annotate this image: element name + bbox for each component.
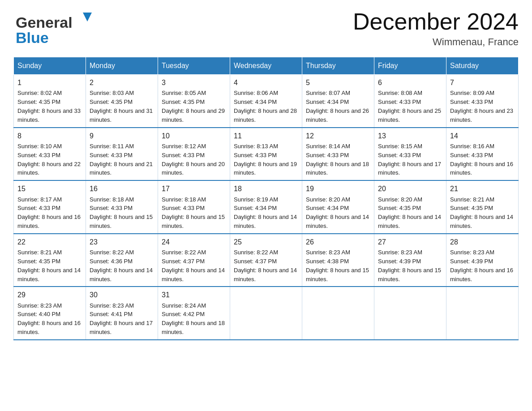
day-number: 13 (378, 131, 442, 141)
calendar-day-cell: 26Sunrise: 8:23 AMSunset: 4:38 PMDayligh… (302, 234, 374, 287)
day-info: Sunrise: 8:23 AMSunset: 4:40 PMDaylight:… (17, 302, 81, 336)
calendar-week-row: 29Sunrise: 8:23 AMSunset: 4:40 PMDayligh… (14, 287, 519, 340)
calendar-day-cell: 15Sunrise: 8:17 AMSunset: 4:33 PMDayligh… (14, 180, 86, 234)
day-info: Sunrise: 8:15 AMSunset: 4:33 PMDaylight:… (378, 143, 441, 176)
day-number: 30 (90, 290, 154, 300)
calendar-week-row: 1Sunrise: 8:02 AMSunset: 4:35 PMDaylight… (14, 75, 519, 128)
day-number: 24 (162, 237, 226, 247)
day-info: Sunrise: 8:03 AMSunset: 4:35 PMDaylight:… (90, 90, 153, 123)
calendar-day-cell: 2Sunrise: 8:03 AMSunset: 4:35 PMDaylight… (86, 75, 158, 128)
svg-marker-1 (83, 13, 92, 21)
day-info: Sunrise: 8:10 AMSunset: 4:33 PMDaylight:… (17, 143, 81, 176)
day-number: 4 (234, 77, 298, 88)
day-info: Sunrise: 8:23 AMSunset: 4:38 PMDaylight:… (306, 249, 369, 283)
calendar-day-cell (230, 287, 302, 340)
calendar-day-cell: 30Sunrise: 8:23 AMSunset: 4:41 PMDayligh… (86, 287, 158, 340)
calendar-day-cell: 18Sunrise: 8:19 AMSunset: 4:34 PMDayligh… (230, 180, 302, 234)
calendar-day-cell: 16Sunrise: 8:18 AMSunset: 4:33 PMDayligh… (86, 180, 158, 234)
calendar-day-cell: 28Sunrise: 8:23 AMSunset: 4:39 PMDayligh… (446, 234, 519, 287)
calendar-day-cell: 12Sunrise: 8:14 AMSunset: 4:33 PMDayligh… (302, 128, 374, 181)
calendar-week-row: 8Sunrise: 8:10 AMSunset: 4:33 PMDaylight… (14, 128, 519, 181)
day-info: Sunrise: 8:18 AMSunset: 4:33 PMDaylight:… (162, 196, 225, 230)
calendar-day-cell: 6Sunrise: 8:08 AMSunset: 4:33 PMDaylight… (374, 75, 446, 128)
calendar-day-cell: 20Sunrise: 8:20 AMSunset: 4:35 PMDayligh… (374, 180, 446, 234)
calendar-day-cell: 13Sunrise: 8:15 AMSunset: 4:33 PMDayligh… (374, 128, 446, 181)
day-info: Sunrise: 8:20 AMSunset: 4:35 PMDaylight:… (378, 196, 441, 230)
calendar-week-row: 15Sunrise: 8:17 AMSunset: 4:33 PMDayligh… (14, 180, 519, 234)
calendar-day-cell: 8Sunrise: 8:10 AMSunset: 4:33 PMDaylight… (14, 128, 86, 181)
day-info: Sunrise: 8:23 AMSunset: 4:41 PMDaylight:… (90, 302, 153, 336)
calendar-day-cell (302, 287, 374, 340)
day-info: Sunrise: 8:22 AMSunset: 4:37 PMDaylight:… (162, 249, 225, 283)
calendar-day-cell: 5Sunrise: 8:07 AMSunset: 4:34 PMDaylight… (302, 75, 374, 128)
header-row: Sunday Monday Tuesday Wednesday Thursday… (14, 57, 519, 75)
day-number: 23 (90, 237, 154, 247)
page-header: General Blue December 2024 Wimmenau, Fra… (13, 9, 519, 48)
day-info: Sunrise: 8:20 AMSunset: 4:34 PMDaylight:… (306, 196, 369, 230)
calendar-day-cell: 7Sunrise: 8:09 AMSunset: 4:33 PMDaylight… (446, 75, 519, 128)
day-info: Sunrise: 8:12 AMSunset: 4:33 PMDaylight:… (162, 143, 225, 176)
calendar-day-cell: 19Sunrise: 8:20 AMSunset: 4:34 PMDayligh… (302, 180, 374, 234)
svg-text:General: General (16, 14, 73, 31)
day-number: 19 (306, 184, 370, 194)
logo-image: General Blue (13, 9, 96, 47)
calendar-day-cell: 25Sunrise: 8:22 AMSunset: 4:37 PMDayligh… (230, 234, 302, 287)
calendar-day-cell: 17Sunrise: 8:18 AMSunset: 4:33 PMDayligh… (158, 180, 230, 234)
calendar-day-cell: 1Sunrise: 8:02 AMSunset: 4:35 PMDaylight… (14, 75, 86, 128)
day-info: Sunrise: 8:23 AMSunset: 4:39 PMDaylight:… (378, 249, 441, 283)
day-info: Sunrise: 8:16 AMSunset: 4:33 PMDaylight:… (450, 143, 513, 176)
day-info: Sunrise: 8:23 AMSunset: 4:39 PMDaylight:… (450, 249, 513, 283)
calendar-day-cell: 22Sunrise: 8:21 AMSunset: 4:35 PMDayligh… (14, 234, 86, 287)
day-number: 10 (162, 131, 226, 141)
day-number: 22 (17, 237, 82, 247)
calendar-table: Sunday Monday Tuesday Wednesday Thursday… (13, 57, 519, 340)
day-info: Sunrise: 8:09 AMSunset: 4:33 PMDaylight:… (450, 90, 513, 123)
day-info: Sunrise: 8:11 AMSunset: 4:33 PMDaylight:… (90, 143, 153, 176)
header-saturday: Saturday (446, 57, 519, 75)
day-number: 9 (90, 131, 154, 141)
day-number: 14 (450, 131, 515, 141)
day-number: 21 (450, 184, 515, 194)
calendar-day-cell: 11Sunrise: 8:13 AMSunset: 4:33 PMDayligh… (230, 128, 302, 181)
day-number: 5 (306, 77, 370, 88)
calendar-header: Sunday Monday Tuesday Wednesday Thursday… (14, 57, 519, 75)
calendar-body: 1Sunrise: 8:02 AMSunset: 4:35 PMDaylight… (14, 75, 519, 340)
calendar-week-row: 22Sunrise: 8:21 AMSunset: 4:35 PMDayligh… (14, 234, 519, 287)
day-info: Sunrise: 8:21 AMSunset: 4:35 PMDaylight:… (450, 196, 513, 230)
calendar-day-cell: 31Sunrise: 8:24 AMSunset: 4:42 PMDayligh… (158, 287, 230, 340)
day-number: 12 (306, 131, 370, 141)
header-friday: Friday (374, 57, 446, 75)
day-number: 20 (378, 184, 442, 194)
calendar-day-cell: 21Sunrise: 8:21 AMSunset: 4:35 PMDayligh… (446, 180, 519, 234)
calendar-subtitle: Wimmenau, France (353, 36, 519, 48)
day-number: 25 (234, 237, 298, 247)
calendar-day-cell (446, 287, 519, 340)
day-number: 16 (90, 184, 154, 194)
header-tuesday: Tuesday (158, 57, 230, 75)
title-block: December 2024 Wimmenau, France (353, 9, 519, 48)
svg-text:Blue: Blue (16, 29, 49, 46)
calendar-day-cell: 10Sunrise: 8:12 AMSunset: 4:33 PMDayligh… (158, 128, 230, 181)
day-info: Sunrise: 8:07 AMSunset: 4:34 PMDaylight:… (306, 90, 369, 123)
calendar-day-cell: 14Sunrise: 8:16 AMSunset: 4:33 PMDayligh… (446, 128, 519, 181)
logo: General Blue (13, 9, 96, 47)
calendar-day-cell: 29Sunrise: 8:23 AMSunset: 4:40 PMDayligh… (14, 287, 86, 340)
header-wednesday: Wednesday (230, 57, 302, 75)
day-number: 6 (378, 77, 442, 88)
header-thursday: Thursday (302, 57, 374, 75)
day-info: Sunrise: 8:06 AMSunset: 4:34 PMDaylight:… (234, 90, 297, 123)
day-info: Sunrise: 8:24 AMSunset: 4:42 PMDaylight:… (162, 302, 225, 336)
day-number: 8 (17, 131, 82, 141)
day-number: 7 (450, 77, 515, 88)
calendar-day-cell: 4Sunrise: 8:06 AMSunset: 4:34 PMDaylight… (230, 75, 302, 128)
day-number: 11 (234, 131, 298, 141)
calendar-day-cell (374, 287, 446, 340)
day-number: 3 (162, 77, 226, 88)
day-number: 2 (90, 77, 154, 88)
day-info: Sunrise: 8:22 AMSunset: 4:37 PMDaylight:… (234, 249, 297, 283)
header-monday: Monday (86, 57, 158, 75)
day-info: Sunrise: 8:13 AMSunset: 4:33 PMDaylight:… (234, 143, 297, 176)
calendar-day-cell: 24Sunrise: 8:22 AMSunset: 4:37 PMDayligh… (158, 234, 230, 287)
day-number: 1 (17, 77, 82, 88)
calendar-day-cell: 27Sunrise: 8:23 AMSunset: 4:39 PMDayligh… (374, 234, 446, 287)
